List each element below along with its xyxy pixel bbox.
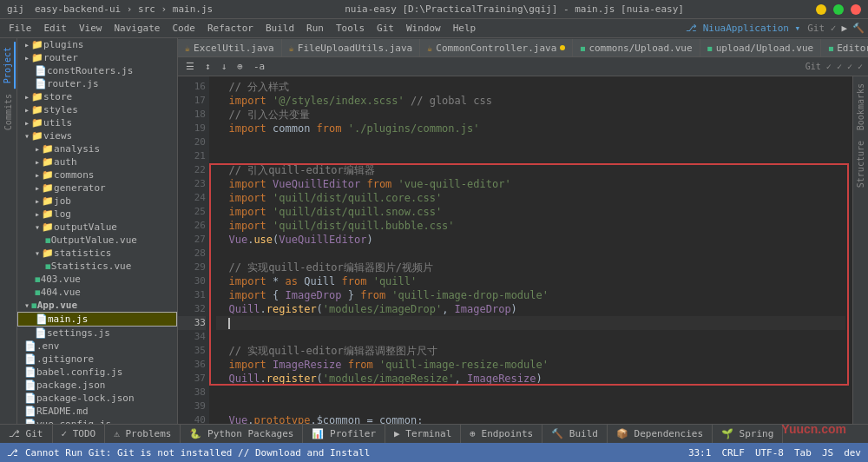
tree-item[interactable]: ▸📁 generator xyxy=(17,182,177,195)
menu-git[interactable]: Git xyxy=(372,21,399,36)
app-window: gij easy-backend-ui › src › main.js nuia… xyxy=(0,0,868,462)
menu-help[interactable]: Help xyxy=(448,21,482,36)
code-line xyxy=(216,399,845,413)
close-button[interactable] xyxy=(851,4,861,15)
tree-item[interactable]: ▸📁 styles xyxy=(17,103,177,116)
tree-item[interactable]: ◼ 404.vue xyxy=(17,286,177,299)
code-line: import VueQuillEditor from 'vue-quill-ed… xyxy=(216,177,845,191)
git-label: Git ✓ xyxy=(807,23,836,34)
language-mode: JS xyxy=(822,447,833,459)
menu-bar: File Edit View Navigate Code Refactor Bu… xyxy=(0,19,868,38)
tab-upload[interactable]: ◼ upload/Upload.vue xyxy=(700,39,822,56)
tree-item[interactable]: 📄 .env xyxy=(17,340,177,353)
charset: UTF-8 xyxy=(755,447,784,459)
bottom-tab-git[interactable]: ⎇ Git xyxy=(0,425,53,444)
tree-item[interactable]: ▾📁 views xyxy=(17,129,177,142)
code-line xyxy=(216,330,845,344)
project-tab[interactable]: Project xyxy=(1,42,16,89)
tab-commons-upload[interactable]: ◼ commons/Upload.vue xyxy=(573,39,700,56)
menu-build[interactable]: Build xyxy=(260,21,299,36)
left-panel-tabs: Project Commits xyxy=(0,38,17,424)
tree-item[interactable]: ◼ 403.vue xyxy=(17,273,177,286)
toolbar-btn[interactable]: ↓ xyxy=(219,60,230,73)
bottom-tab-endpoints[interactable]: ⊕ Endpoints xyxy=(461,425,542,444)
tab-excelutil[interactable]: ☕ ExcelUtil.java xyxy=(178,39,282,56)
maximize-button[interactable] xyxy=(833,4,844,15)
menu-file[interactable]: File xyxy=(3,21,37,36)
tab-editor[interactable]: ◼ Editor.vue xyxy=(821,39,868,56)
context-info: dev xyxy=(844,447,861,459)
menu-navigate[interactable]: Navigate xyxy=(109,21,166,36)
tree-item[interactable]: ▸📁 analysis xyxy=(17,142,177,155)
bottom-tab-terminal[interactable]: ▶ Terminal xyxy=(385,425,461,444)
bottom-tab-dependencies[interactable]: 📦 Dependencies xyxy=(608,425,713,444)
menu-view[interactable]: View xyxy=(74,21,108,36)
tree-item[interactable]: ▸📁 router xyxy=(17,51,177,64)
tree-item[interactable]: ▾📁 statistics xyxy=(17,247,177,260)
tree-item[interactable]: 📄 package.json xyxy=(17,379,177,392)
tree-item[interactable]: ▸📁 log xyxy=(17,208,177,221)
menu-edit[interactable]: Edit xyxy=(39,21,73,36)
tab-fileupload[interactable]: ☕ FileUploadUtils.java xyxy=(282,39,420,56)
code-line: import 'quill/dist/quill.bubble.css' xyxy=(216,219,845,233)
app-name: gij xyxy=(7,3,24,15)
toolbar-btn[interactable]: -a xyxy=(251,60,267,73)
project-path: easy-backend-ui › src › main.js xyxy=(35,3,213,15)
tree-item[interactable]: 📄 constRouters.js xyxy=(17,64,177,77)
code-line xyxy=(216,247,845,261)
bookmarks-tab[interactable]: Bookmarks xyxy=(854,80,867,134)
bottom-tab-build[interactable]: 🔨 Build xyxy=(542,425,608,444)
code-line xyxy=(216,149,845,163)
tree-item[interactable]: ◼ Statistics.vue xyxy=(17,260,177,273)
menu-code[interactable]: Code xyxy=(167,21,201,36)
build-button[interactable]: 🔨 xyxy=(852,23,865,34)
tree-item[interactable]: ▸📁 commons xyxy=(17,168,177,182)
code-line: Quill.register('modules/imageDrop', Imag… xyxy=(216,302,845,316)
watermark: Yuucn.com xyxy=(781,422,846,436)
toolbar-btn[interactable]: ⊕ xyxy=(234,60,246,73)
commits-tab[interactable]: Commits xyxy=(2,89,15,135)
tree-item[interactable]: ▾📁 outputValue xyxy=(17,221,177,234)
branch-selector[interactable]: ⎇ NiuaApplication ▾ xyxy=(686,23,800,34)
tree-item[interactable]: ◼ OutputValue.vue xyxy=(17,234,177,247)
tree-item[interactable]: ▸📁 plugins xyxy=(17,38,177,51)
toolbar-btn[interactable]: ☰ xyxy=(183,60,197,73)
minimize-button[interactable] xyxy=(816,4,826,15)
tree-item[interactable]: 📄 settings.js xyxy=(17,327,177,340)
menu-tools[interactable]: Tools xyxy=(331,21,370,36)
tree-item[interactable]: 📄 router.js xyxy=(17,77,177,90)
tree-item[interactable]: ▸📁 utils xyxy=(17,116,177,129)
git-error-msg: Cannot Run Git: Git is not installed // … xyxy=(25,447,370,459)
code-line: import ImageResize from 'quill-image-res… xyxy=(216,358,845,372)
bottom-tab-todo[interactable]: ✓ TODO xyxy=(53,425,106,444)
bottom-tab-problems[interactable]: ⚠ Problems xyxy=(105,425,181,444)
tree-item-mainjs[interactable]: 📄 main.js xyxy=(17,312,177,327)
code-line: import common from './plugins/common.js' xyxy=(216,122,845,135)
tree-item[interactable]: ▸📁 job xyxy=(17,195,177,208)
code-line: import { ImageDrop } from 'quill-image-d… xyxy=(216,288,845,302)
code-line: // 引入quill-editor编辑器 xyxy=(216,163,845,177)
tree-item[interactable]: 📄 package-lock.json xyxy=(17,392,177,405)
git-status-icon: ⎇ xyxy=(7,447,18,459)
tree-item[interactable]: 📄 README.md xyxy=(17,405,177,418)
tab-commoncontroller[interactable]: ☕ CommonController.java xyxy=(420,39,573,56)
tree-item[interactable]: ▸📁 auth xyxy=(17,155,177,168)
menu-refactor[interactable]: Refactor xyxy=(202,21,259,36)
code-line: Vue.use(VueQuillEditor) xyxy=(216,233,845,247)
tabs-bar: ☕ ExcelUtil.java ☕ FileUploadUtils.java … xyxy=(178,38,868,57)
menu-run[interactable]: Run xyxy=(301,21,329,36)
tree-item-app[interactable]: ▾◼ App.vue xyxy=(17,299,177,312)
bottom-tab-profiler[interactable]: 📊 Profiler xyxy=(303,425,385,444)
bottom-tab-spring[interactable]: 🌱 Spring xyxy=(713,425,783,444)
tree-item[interactable]: 📄 .gitignore xyxy=(17,353,177,366)
structure-tab[interactable]: Structure xyxy=(854,137,867,191)
tree-item[interactable]: 📄 vue.config.js xyxy=(17,418,177,424)
code-line xyxy=(216,316,845,330)
run-button[interactable]: ▶ xyxy=(841,23,847,34)
bottom-tab-python[interactable]: 🐍 Python Packages xyxy=(181,425,303,444)
menu-window[interactable]: Window xyxy=(401,21,446,36)
tree-item[interactable]: 📄 babel.config.js xyxy=(17,366,177,379)
toolbar-btn[interactable]: ↕ xyxy=(202,60,214,73)
code-editor[interactable]: // 分入样式 import '@/styles/index.scss' // … xyxy=(209,76,852,424)
tree-item[interactable]: ▸📁 store xyxy=(17,90,177,103)
